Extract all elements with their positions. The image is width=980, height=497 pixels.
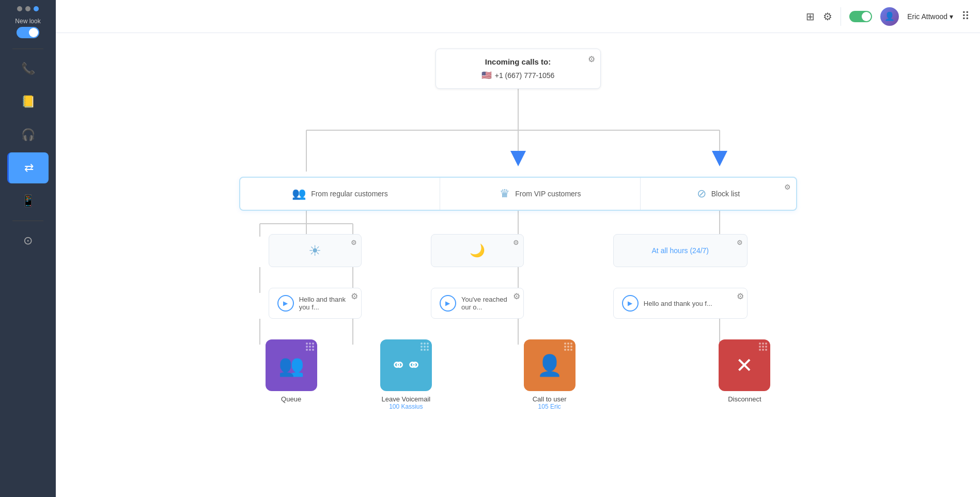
disconnect-action[interactable]: ✕ xyxy=(719,339,770,391)
voicemail-icon: ⚭⚭ xyxy=(391,354,422,376)
time-nodes-row: ⚙ ☀ ⚙ 🌙 ⚙ At all hours (24/7) xyxy=(234,234,802,267)
always-label: At all hours (24/7) xyxy=(652,246,709,255)
disconnect-col: ✕ Disconnect xyxy=(687,339,802,410)
audio-text-2: You've reached our o... xyxy=(461,296,515,311)
chevron-down-icon: ▾ xyxy=(950,12,953,21)
sidebar-item-contacts[interactable]: 📒 xyxy=(7,86,49,117)
header-divider xyxy=(841,7,841,26)
regular-customers-label: From regular customers xyxy=(311,190,388,198)
audio-gear-1[interactable]: ⚙ xyxy=(351,291,358,301)
settings-icon[interactable]: ⚙ xyxy=(823,10,832,23)
dot-2 xyxy=(25,6,30,11)
dot-1 xyxy=(17,6,22,11)
block-list-label: Block list xyxy=(711,190,740,198)
col-regular-customers[interactable]: 👥 From regular customers xyxy=(240,178,441,210)
phone-number: +1 (667) 777-1056 xyxy=(495,71,555,80)
audio-card-1: ⚙ ▶ Hello and thank you f... xyxy=(269,288,362,319)
toggle-knob xyxy=(29,28,38,37)
sidebar-item-phone[interactable]: 📞 xyxy=(7,53,49,84)
flows-icon: ⇄ xyxy=(24,161,34,175)
main-content: ⚙ Incoming calls to: 🇺🇸 +1 (667) 777-105… xyxy=(56,33,980,497)
keypad-icon[interactable]: ⠿ xyxy=(961,10,970,23)
sidebar-logo xyxy=(17,6,39,11)
always-time-node[interactable]: ⚙ At all hours (24/7) xyxy=(613,234,748,267)
people-icon: 👥 xyxy=(292,187,306,200)
queue-col: 👥 Queue xyxy=(234,339,349,410)
sun-col: ⚙ ☀ xyxy=(234,234,396,267)
avatar-img: 👤 xyxy=(884,11,895,21)
moon-gear[interactable]: ⚙ xyxy=(513,239,519,246)
sun-gear[interactable]: ⚙ xyxy=(351,239,357,246)
phone-icon: 📞 xyxy=(21,62,35,75)
queue-action[interactable]: 👥 xyxy=(266,339,317,391)
top-card-gear[interactable]: ⚙ xyxy=(588,54,595,64)
block-icon: ⊘ xyxy=(697,187,706,200)
play-btn-3[interactable]: ▶ xyxy=(622,295,639,312)
sidebar-divider-1 xyxy=(12,49,43,49)
header: ⊞ ⚙ 👤 Eric Attwood ▾ ⠿ xyxy=(56,0,980,33)
dot-3 xyxy=(34,6,39,11)
voicemail-col: ⚭⚭ Leave Voicemail 100 Kassius xyxy=(349,339,463,410)
call-user-action[interactable]: 👤 xyxy=(524,339,575,391)
play-btn-2[interactable]: ▶ xyxy=(440,295,456,312)
sun-time-node[interactable]: ⚙ ☀ xyxy=(269,234,362,267)
crown-icon: ♛ xyxy=(500,187,510,200)
disconnect-label: Disconnect xyxy=(728,395,761,403)
vip-customers-label: From VIP customers xyxy=(515,190,581,198)
sun-icon: ☀ xyxy=(308,242,321,259)
new-look-section: New look xyxy=(15,18,40,38)
audio-gear-2[interactable]: ⚙ xyxy=(513,291,520,301)
new-look-toggle[interactable] xyxy=(17,27,39,38)
sidebar-item-help[interactable]: ⊙ xyxy=(7,225,49,256)
play-btn-1[interactable]: ▶ xyxy=(277,295,294,312)
audio-gear-3[interactable]: ⚙ xyxy=(737,291,744,301)
always-col: ⚙ At all hours (24/7) xyxy=(558,234,802,267)
top-section: ⚙ Incoming calls to: 🇺🇸 +1 (667) 777-105… xyxy=(208,49,828,89)
disconnect-icon: ✕ xyxy=(736,353,753,377)
queue-label: Queue xyxy=(281,395,301,403)
audio-card-2: ⚙ ▶ You've reached our o... xyxy=(431,288,524,319)
routing-row-container: ⚙ 👥 From regular customers ♛ From VIP cu… xyxy=(208,177,828,211)
sidebar-item-flows[interactable]: ⇄ xyxy=(7,152,49,183)
disconnect-dots xyxy=(759,343,767,351)
audio-text-1: Hello and thank you f... xyxy=(299,296,353,311)
devices-icon: 📱 xyxy=(21,194,35,208)
col-vip-customers[interactable]: ♛ From VIP customers xyxy=(440,178,641,210)
call-user-label: Call to user xyxy=(533,395,567,403)
voicemail-action[interactable]: ⚭⚭ xyxy=(380,339,432,391)
voicemail-label: Leave Voicemail xyxy=(381,395,430,403)
moon-time-node[interactable]: ⚙ 🌙 xyxy=(431,234,524,267)
audio-cards-row: ⚙ ▶ Hello and thank you f... ⚙ ▶ You've … xyxy=(234,288,802,319)
avatar: 👤 xyxy=(880,7,899,26)
call-user-icon: 👤 xyxy=(537,353,563,378)
queue-icon: 👥 xyxy=(278,353,304,378)
status-toggle-knob xyxy=(862,12,871,21)
voicemail-dots xyxy=(421,343,429,351)
action-nodes-row: 👥 Queue ⚭⚭ Leave Voicemail 100 Kassius xyxy=(234,339,802,410)
sidebar-divider-2 xyxy=(12,221,43,221)
stats-icon[interactable]: ⊞ xyxy=(806,10,815,23)
svg-marker-7 xyxy=(712,151,727,166)
moon-icon: 🌙 xyxy=(470,243,485,258)
user-name[interactable]: Eric Attwood ▾ xyxy=(907,12,953,21)
top-card-number: 🇺🇸 +1 (667) 777-1056 xyxy=(446,70,590,80)
sidebar-item-devices[interactable]: 📱 xyxy=(7,185,49,216)
audio-card-3: ⚙ ▶ Hello and thank you f... xyxy=(613,288,748,319)
col-block-list[interactable]: ⊘ Block list xyxy=(641,178,796,210)
call-user-dots xyxy=(564,343,572,351)
sidebar-item-agent[interactable]: 🎧 xyxy=(7,119,49,150)
always-gear[interactable]: ⚙ xyxy=(737,239,743,246)
moon-col: ⚙ 🌙 xyxy=(396,234,558,267)
flow-wrapper: ⚙ Incoming calls to: 🇺🇸 +1 (667) 777-105… xyxy=(208,49,828,410)
voicemail-sublabel: 100 Kassius xyxy=(389,403,423,410)
queue-dots xyxy=(306,343,314,351)
new-look-label: New look xyxy=(15,18,40,25)
status-toggle[interactable] xyxy=(849,11,872,22)
routing-row: ⚙ 👥 From regular customers ♛ From VIP cu… xyxy=(239,177,797,211)
help-icon: ⊙ xyxy=(23,234,33,247)
contacts-icon: 📒 xyxy=(21,95,35,108)
sidebar: New look 📞 📒 🎧 ⇄ 📱 ⊙ xyxy=(0,0,56,497)
audio-text-3: Hello and thank you f... xyxy=(644,300,712,307)
top-card-title: Incoming calls to: xyxy=(446,57,590,66)
call-user-sublabel: 105 Eric xyxy=(538,403,561,410)
